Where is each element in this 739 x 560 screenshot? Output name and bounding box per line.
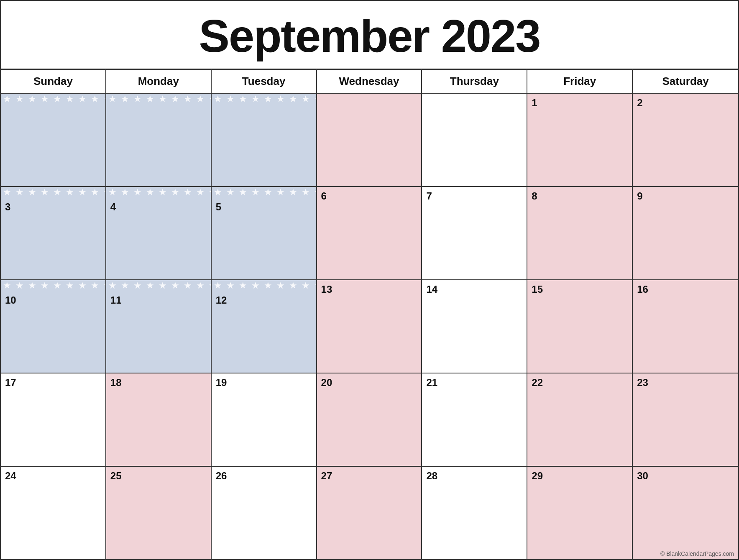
week-row-2: ★★★★★★★★★★★★3★★★★★★★★★★★★4★★★★★★★★★★★★56… — [1, 187, 738, 280]
calendar-title: September 2023 — [1, 1, 738, 70]
week-row-4: 17181920212223 — [1, 373, 738, 467]
day-cell-25: 25 — [106, 467, 212, 559]
day-cell-21: 21 — [422, 373, 527, 466]
day-cell-23: 23 — [633, 373, 738, 466]
day-number-17: 17 — [1, 373, 105, 392]
day-number-13: 13 — [317, 280, 422, 299]
day-header-wednesday: Wednesday — [317, 70, 422, 93]
star-icon: ★ — [171, 280, 179, 291]
day-cell-10: ★★★★★★★★★★★★10 — [1, 280, 106, 373]
day-header-thursday: Thursday — [422, 70, 527, 93]
day-cell-24: 24 — [1, 467, 106, 559]
day-header-saturday: Saturday — [633, 70, 738, 93]
star-icon: ★ — [264, 94, 272, 104]
star-icon: ★ — [276, 94, 285, 104]
day-number-23: 23 — [633, 373, 738, 392]
star-icon: ★ — [66, 94, 74, 104]
star-icon: ★ — [209, 280, 212, 291]
day-cell-3: ★★★★★★★★★★★★3 — [1, 187, 106, 279]
day-cell-empty: ★★★★★★★★★★★★ — [1, 94, 106, 186]
star-icon: ★ — [91, 187, 99, 197]
day-cell-4: ★★★★★★★★★★★★4 — [106, 187, 212, 279]
star-icon: ★ — [78, 187, 87, 197]
day-cell-7: 7 — [422, 187, 527, 279]
star-icon: ★ — [66, 280, 74, 291]
day-number-30: 30 — [633, 467, 738, 485]
star-icon: ★ — [302, 94, 310, 104]
day-cell-9: 9 — [633, 187, 738, 279]
day-cell-empty — [317, 94, 422, 186]
star-icon: ★ — [209, 187, 212, 197]
star-icon: ★ — [302, 280, 310, 291]
star-icon: ★ — [78, 280, 87, 291]
star-icon: ★ — [214, 94, 222, 104]
star-icon: ★ — [121, 94, 129, 104]
star-icon: ★ — [3, 94, 11, 104]
star-icon: ★ — [314, 94, 317, 104]
day-cell-5: ★★★★★★★★★★★★5 — [212, 187, 317, 279]
star-icon: ★ — [53, 280, 61, 291]
day-cell-2: 2 — [633, 94, 738, 186]
day-number-26: 26 — [212, 467, 316, 485]
day-number-19: 19 — [212, 373, 316, 392]
day-number-21: 21 — [422, 373, 527, 392]
day-cell-22: 22 — [527, 373, 633, 466]
week-row-1: ★★★★★★★★★★★★★★★★★★★★★★★★★★★★★★★★★★★★12 — [1, 94, 738, 187]
day-number-15: 15 — [527, 280, 632, 299]
day-cell-27: 27 — [317, 467, 422, 559]
star-icon: ★ — [108, 280, 117, 291]
copyright: © BlankCalendarPages.com — [660, 550, 734, 557]
calendar-container: September 2023 SundayMondayTuesdayWednes… — [0, 0, 739, 560]
day-number-3: 3 — [1, 198, 105, 216]
star-icon: ★ — [314, 280, 317, 291]
day-cell-13: 13 — [317, 280, 422, 373]
day-cell-16: 16 — [633, 280, 738, 373]
day-cell-29: 29 — [527, 467, 633, 559]
star-icon: ★ — [66, 187, 74, 197]
star-icon: ★ — [146, 94, 154, 104]
day-number-25: 25 — [106, 467, 211, 485]
star-icon: ★ — [314, 187, 317, 197]
star-icon: ★ — [226, 187, 235, 197]
day-number-16: 16 — [633, 280, 738, 299]
day-header-tuesday: Tuesday — [212, 70, 317, 93]
day-number-14: 14 — [422, 280, 527, 299]
star-icon: ★ — [146, 280, 154, 291]
star-icon: ★ — [159, 94, 167, 104]
star-icon: ★ — [3, 280, 11, 291]
weeks-container: ★★★★★★★★★★★★★★★★★★★★★★★★★★★★★★★★★★★★12★★… — [1, 94, 738, 559]
day-header-sunday: Sunday — [1, 70, 106, 93]
star-icon: ★ — [226, 280, 235, 291]
star-icon: ★ — [28, 280, 36, 291]
day-cell-19: 19 — [212, 373, 317, 466]
star-icon: ★ — [103, 280, 106, 291]
star-icon: ★ — [3, 187, 11, 197]
star-icon: ★ — [53, 187, 61, 197]
day-cell-empty — [422, 94, 527, 186]
day-headers-row: SundayMondayTuesdayWednesdayThursdayFrid… — [1, 70, 738, 94]
day-cell-14: 14 — [422, 280, 527, 373]
day-cell-20: 20 — [317, 373, 422, 466]
star-icon: ★ — [41, 280, 49, 291]
day-number-2: 2 — [633, 94, 738, 112]
day-number-6: 6 — [317, 187, 422, 205]
day-number-12: 12 — [212, 291, 316, 309]
star-icon: ★ — [214, 187, 222, 197]
star-icon: ★ — [15, 280, 24, 291]
day-cell-8: 8 — [527, 187, 633, 279]
day-cell-6: 6 — [317, 187, 422, 279]
star-icon: ★ — [251, 94, 260, 104]
day-number-8: 8 — [527, 187, 632, 205]
day-number-7: 7 — [422, 187, 527, 205]
star-icon: ★ — [196, 187, 205, 197]
day-number-4: 4 — [106, 198, 211, 216]
day-cell-15: 15 — [527, 280, 633, 373]
day-number-20: 20 — [317, 373, 422, 392]
star-icon: ★ — [171, 94, 179, 104]
day-number-5: 5 — [212, 198, 316, 216]
star-icon: ★ — [108, 187, 117, 197]
day-number-18: 18 — [106, 373, 211, 392]
day-number-28: 28 — [422, 467, 527, 485]
star-icon: ★ — [239, 280, 247, 291]
star-icon: ★ — [276, 280, 285, 291]
